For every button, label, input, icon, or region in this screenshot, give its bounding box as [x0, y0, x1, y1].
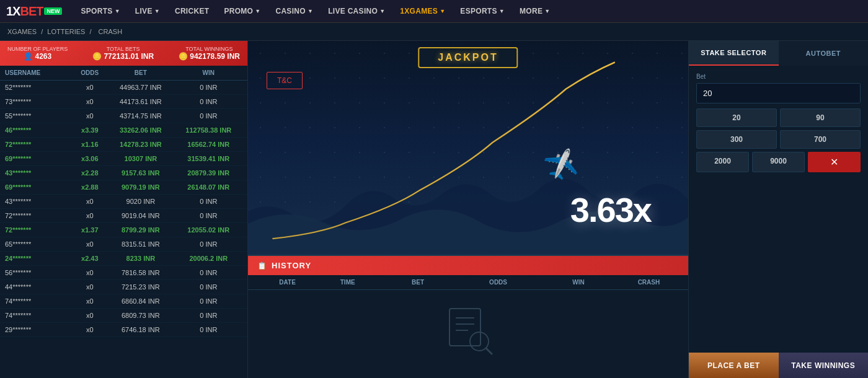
nav-live-casino[interactable]: LIVE CASINO ▼	[322, 0, 391, 23]
bet-input[interactable]	[696, 83, 861, 103]
col-bet: BET	[107, 69, 174, 76]
col-win: WIN	[175, 69, 242, 76]
table-row: 46******* x3.39 33262.06 INR 112758.38 I…	[0, 123, 247, 138]
cell-username: 72*******	[5, 226, 73, 234]
cell-win: 0 INR	[175, 269, 242, 276]
cell-bet: 9019.04 INR	[107, 212, 174, 219]
breadcrumb-crash: CRASH	[99, 28, 123, 35]
game-area: JACKPOT T&C ✈️ 3.63x	[248, 41, 688, 255]
svg-line-5	[486, 348, 492, 354]
autobet-tab[interactable]: AUTOBET	[779, 41, 869, 66]
cell-bet: 8315.51 INR	[107, 240, 174, 248]
cell-odds: x2.43	[73, 255, 107, 262]
history-col-time: TIME	[317, 279, 378, 286]
breadcrumb-lotteries[interactable]: LOTTERIES	[47, 28, 85, 35]
cell-username: 69*******	[5, 183, 73, 191]
stake-selector-tab[interactable]: STAKE SELECTOR	[689, 41, 779, 66]
history-section: 📋 HISTORY DATE TIME BET ODDS WIN CRASH	[248, 255, 688, 378]
place-bet-button[interactable]: PLACE A BET	[689, 353, 779, 378]
stake-body: Bet 20 90 300 700 2000 9000 ✕	[689, 66, 868, 353]
action-buttons: PLACE A BET TAKE WINNINGS	[689, 353, 868, 378]
breadcrumb-xgames[interactable]: XGAMES	[7, 28, 37, 35]
cell-bet: 8233 INR	[107, 255, 174, 262]
table-row: 69******* x2.88 9079.19 INR 26148.07 INR	[0, 180, 247, 195]
nav-1xgames[interactable]: 1XGAMES ▼	[394, 0, 451, 23]
cell-odds: x3.39	[73, 126, 107, 134]
cell-odds: x0	[73, 269, 107, 276]
logo-new-badge: NEW	[44, 7, 62, 15]
table-body: 52******* x0 44963.77 INR 0 INR 73******…	[0, 81, 247, 378]
quick-bet-2000[interactable]: 2000	[696, 152, 749, 172]
nav-more[interactable]: MORE ▼	[513, 0, 556, 23]
quick-bet-9000[interactable]: 9000	[752, 152, 805, 172]
cell-bet: 7816.58 INR	[107, 269, 174, 276]
take-winnings-button[interactable]: TAKE WINNINGS	[779, 353, 869, 378]
cell-username: 73*******	[5, 98, 73, 105]
clear-bet-button[interactable]: ✕	[808, 152, 861, 172]
cell-username: 69*******	[5, 155, 73, 162]
cell-username: 55*******	[5, 112, 73, 120]
cell-bet: 10307 INR	[107, 155, 174, 162]
table-row: 56******* x0 7816.58 INR 0 INR	[0, 266, 247, 280]
cell-username: 46*******	[5, 126, 73, 134]
stat-bets: Total bets 🪙 772131.01 INR	[92, 46, 154, 61]
history-col-bet: BET	[378, 279, 458, 286]
cell-bet: 6809.73 INR	[107, 312, 174, 319]
quick-bet-700[interactable]: 700	[780, 130, 861, 149]
history-empty-icon	[443, 305, 493, 364]
cell-win: 0 INR	[175, 112, 242, 120]
cell-bet: 43714.75 INR	[107, 112, 174, 120]
quick-bet-300[interactable]: 300	[696, 130, 777, 149]
history-header: 📋 HISTORY	[248, 256, 688, 275]
col-odds: ODDS	[73, 69, 107, 76]
history-title: HISTORY	[272, 261, 311, 270]
bets-icon: 🪙	[92, 52, 104, 61]
table-row: 72******* x1.16 14278.23 INR 16562.74 IN…	[0, 138, 247, 152]
table-row: 52******* x0 44963.77 INR 0 INR	[0, 81, 247, 95]
winnings-icon: 🪙	[179, 52, 190, 61]
quick-bet-90[interactable]: 90	[780, 108, 861, 127]
cell-username: 65*******	[5, 240, 73, 248]
cell-username: 44*******	[5, 283, 73, 291]
table-row: 24******* x2.43 8233 INR 20006.2 INR	[0, 252, 247, 266]
multiplier-display: 3.63x	[570, 190, 651, 230]
table-row: 69******* x3.06 10307 INR 31539.41 INR	[0, 152, 247, 166]
main-content: Number of players 👤 4263 Total bets 🪙 77…	[0, 41, 868, 378]
side-panel: STAKE SELECTOR AUTOBET Bet 20 90 300 700…	[688, 41, 868, 378]
cell-win: 0 INR	[175, 240, 242, 248]
tc-button[interactable]: T&C	[267, 72, 303, 89]
table-row: 43******* x0 9020 INR 0 INR	[0, 195, 247, 209]
table-row: 65******* x0 8315.51 INR 0 INR	[0, 237, 247, 252]
cell-bet: 44173.61 INR	[107, 98, 174, 105]
nav-casino[interactable]: CASINO ▼	[269, 0, 319, 23]
cell-username: 29*******	[5, 326, 73, 333]
cell-odds: x0	[73, 212, 107, 219]
quick-bets-grid-2: 2000 9000 ✕	[696, 152, 861, 172]
cell-odds: x3.06	[73, 155, 107, 162]
nav-promo[interactable]: PROMO ▼	[218, 0, 267, 23]
cell-win: 0 INR	[175, 326, 242, 333]
cell-odds: x0	[73, 326, 107, 333]
nav-cricket[interactable]: CRICKET	[169, 0, 215, 23]
cell-win: 16562.74 INR	[175, 141, 242, 148]
cell-odds: x0	[73, 240, 107, 248]
cell-win: 0 INR	[175, 297, 242, 305]
cell-username: 24*******	[5, 255, 73, 262]
nav-live[interactable]: LIVE ▼	[129, 0, 166, 23]
nav-sports[interactable]: SPORTS ▼	[74, 0, 126, 23]
jackpot-banner: JACKPOT	[418, 47, 518, 68]
cell-username: 43*******	[5, 169, 73, 177]
top-navigation: 1XBET NEW SPORTS ▼ LIVE ▼ CRICKET PROMO …	[0, 0, 868, 23]
quick-bet-20[interactable]: 20	[696, 108, 777, 127]
cell-bet: 7215.23 INR	[107, 283, 174, 291]
nav-esports[interactable]: ESPORTS ▼	[454, 0, 511, 23]
cell-win: 0 INR	[175, 283, 242, 291]
left-panel: Number of players 👤 4263 Total bets 🪙 77…	[0, 41, 248, 378]
cell-odds: x0	[73, 112, 107, 120]
logo[interactable]: 1XBET NEW	[6, 4, 62, 19]
cell-bet: 14278.23 INR	[107, 141, 174, 148]
middle-panel: JACKPOT T&C ✈️ 3.63x 📋 HISTORY DATE TIME…	[248, 41, 688, 378]
cell-win: 20879.39 INR	[175, 169, 242, 177]
cell-win: 0 INR	[175, 198, 242, 205]
cell-username: 56*******	[5, 269, 73, 276]
